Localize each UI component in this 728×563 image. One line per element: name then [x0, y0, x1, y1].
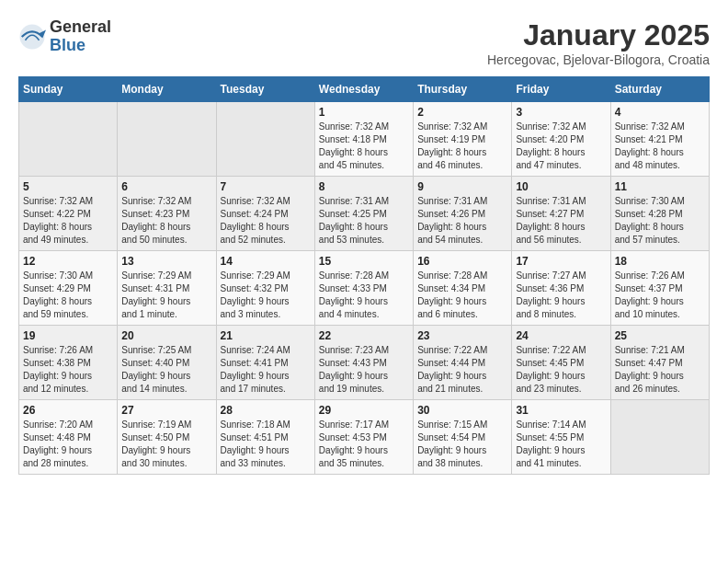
weekday-header: Wednesday [314, 77, 413, 102]
day-info: Sunrise: 7:21 AM Sunset: 4:47 PM Dayligh… [615, 344, 705, 396]
calendar-cell [19, 102, 118, 177]
svg-point-0 [20, 24, 45, 49]
calendar-cell: 29Sunrise: 7:17 AM Sunset: 4:53 PM Dayli… [314, 400, 413, 475]
day-info: Sunrise: 7:28 AM Sunset: 4:33 PM Dayligh… [319, 270, 409, 321]
day-number: 25 [615, 329, 705, 342]
day-number: 21 [221, 329, 311, 342]
day-info: Sunrise: 7:29 AM Sunset: 4:31 PM Dayligh… [121, 270, 211, 321]
logo-blue-text: Blue [50, 37, 111, 55]
day-number: 15 [319, 255, 409, 268]
title-section: January 2025 Hercegovac, Bjelovar-Bilogo… [487, 18, 710, 67]
calendar-cell: 5Sunrise: 7:32 AM Sunset: 4:22 PM Daylig… [19, 177, 118, 251]
day-info: Sunrise: 7:32 AM Sunset: 4:21 PM Dayligh… [615, 121, 705, 172]
calendar-cell: 14Sunrise: 7:29 AM Sunset: 4:32 PM Dayli… [216, 251, 314, 326]
day-info: Sunrise: 7:14 AM Sunset: 4:55 PM Dayligh… [516, 419, 606, 470]
day-number: 20 [121, 329, 211, 342]
day-number: 26 [23, 404, 113, 417]
day-number: 22 [319, 329, 409, 342]
calendar-cell: 28Sunrise: 7:18 AM Sunset: 4:51 PM Dayli… [216, 400, 314, 475]
weekday-header: Tuesday [216, 77, 314, 102]
day-info: Sunrise: 7:27 AM Sunset: 4:36 PM Dayligh… [516, 270, 606, 321]
day-info: Sunrise: 7:23 AM Sunset: 4:43 PM Dayligh… [319, 344, 409, 396]
weekday-header: Saturday [610, 77, 709, 102]
calendar-week-row: 19Sunrise: 7:26 AM Sunset: 4:38 PM Dayli… [19, 326, 710, 400]
calendar-cell: 31Sunrise: 7:14 AM Sunset: 4:55 PM Dayli… [512, 400, 610, 475]
day-number: 4 [615, 106, 705, 119]
calendar-cell: 27Sunrise: 7:19 AM Sunset: 4:50 PM Dayli… [118, 400, 216, 475]
calendar-cell: 8Sunrise: 7:31 AM Sunset: 4:25 PM Daylig… [314, 177, 413, 251]
calendar-table: SundayMondayTuesdayWednesdayThursdayFrid… [18, 76, 710, 475]
calendar-week-row: 5Sunrise: 7:32 AM Sunset: 4:22 PM Daylig… [19, 177, 710, 251]
calendar-title: January 2025 [487, 18, 710, 52]
day-info: Sunrise: 7:17 AM Sunset: 4:53 PM Dayligh… [319, 419, 409, 470]
day-info: Sunrise: 7:32 AM Sunset: 4:22 PM Dayligh… [23, 195, 113, 247]
day-number: 18 [615, 255, 705, 268]
weekday-header: Friday [512, 77, 610, 102]
day-info: Sunrise: 7:15 AM Sunset: 4:54 PM Dayligh… [417, 419, 507, 470]
calendar-cell: 16Sunrise: 7:28 AM Sunset: 4:34 PM Dayli… [414, 251, 512, 326]
day-number: 6 [121, 180, 211, 193]
calendar-cell: 26Sunrise: 7:20 AM Sunset: 4:48 PM Dayli… [19, 400, 118, 475]
calendar-cell: 1Sunrise: 7:32 AM Sunset: 4:18 PM Daylig… [314, 102, 413, 177]
day-info: Sunrise: 7:24 AM Sunset: 4:41 PM Dayligh… [221, 344, 311, 396]
day-info: Sunrise: 7:32 AM Sunset: 4:23 PM Dayligh… [121, 195, 211, 247]
calendar-cell: 2Sunrise: 7:32 AM Sunset: 4:19 PM Daylig… [414, 102, 512, 177]
calendar-cell: 10Sunrise: 7:31 AM Sunset: 4:27 PM Dayli… [512, 177, 610, 251]
day-info: Sunrise: 7:30 AM Sunset: 4:29 PM Dayligh… [23, 270, 113, 321]
logo-text: General Blue [50, 18, 111, 55]
day-number: 3 [516, 106, 606, 119]
calendar-cell: 7Sunrise: 7:32 AM Sunset: 4:24 PM Daylig… [216, 177, 314, 251]
calendar-cell [216, 102, 314, 177]
day-info: Sunrise: 7:26 AM Sunset: 4:38 PM Dayligh… [23, 344, 113, 396]
day-number: 2 [417, 106, 507, 119]
day-number: 19 [23, 329, 113, 342]
day-info: Sunrise: 7:32 AM Sunset: 4:18 PM Dayligh… [319, 121, 409, 172]
day-info: Sunrise: 7:25 AM Sunset: 4:40 PM Dayligh… [121, 344, 211, 396]
day-number: 16 [417, 255, 507, 268]
day-number: 27 [121, 404, 211, 417]
calendar-cell: 20Sunrise: 7:25 AM Sunset: 4:40 PM Dayli… [118, 326, 216, 400]
logo: General Blue [18, 18, 111, 55]
day-number: 30 [417, 404, 507, 417]
day-info: Sunrise: 7:32 AM Sunset: 4:24 PM Dayligh… [221, 195, 311, 247]
calendar-week-row: 12Sunrise: 7:30 AM Sunset: 4:29 PM Dayli… [19, 251, 710, 326]
day-info: Sunrise: 7:31 AM Sunset: 4:26 PM Dayligh… [417, 195, 507, 247]
day-info: Sunrise: 7:19 AM Sunset: 4:50 PM Dayligh… [121, 419, 211, 470]
day-info: Sunrise: 7:31 AM Sunset: 4:27 PM Dayligh… [516, 195, 606, 247]
calendar-cell: 30Sunrise: 7:15 AM Sunset: 4:54 PM Dayli… [414, 400, 512, 475]
day-info: Sunrise: 7:31 AM Sunset: 4:25 PM Dayligh… [319, 195, 409, 247]
day-number: 17 [516, 255, 606, 268]
calendar-cell: 6Sunrise: 7:32 AM Sunset: 4:23 PM Daylig… [118, 177, 216, 251]
calendar-cell: 13Sunrise: 7:29 AM Sunset: 4:31 PM Dayli… [118, 251, 216, 326]
day-info: Sunrise: 7:32 AM Sunset: 4:19 PM Dayligh… [417, 121, 507, 172]
day-number: 23 [417, 329, 507, 342]
day-number: 7 [221, 180, 311, 193]
day-number: 28 [221, 404, 311, 417]
calendar-cell: 11Sunrise: 7:30 AM Sunset: 4:28 PM Dayli… [610, 177, 709, 251]
logo-general-text: General [50, 18, 111, 37]
day-info: Sunrise: 7:20 AM Sunset: 4:48 PM Dayligh… [23, 419, 113, 470]
logo-icon [18, 23, 46, 51]
day-info: Sunrise: 7:22 AM Sunset: 4:44 PM Dayligh… [417, 344, 507, 396]
calendar-cell: 17Sunrise: 7:27 AM Sunset: 4:36 PM Dayli… [512, 251, 610, 326]
day-number: 5 [23, 180, 113, 193]
day-number: 11 [615, 180, 705, 193]
weekday-header-row: SundayMondayTuesdayWednesdayThursdayFrid… [19, 77, 710, 102]
day-number: 10 [516, 180, 606, 193]
weekday-header: Sunday [19, 77, 118, 102]
calendar-week-row: 1Sunrise: 7:32 AM Sunset: 4:18 PM Daylig… [19, 102, 710, 177]
calendar-cell: 25Sunrise: 7:21 AM Sunset: 4:47 PM Dayli… [610, 326, 709, 400]
day-info: Sunrise: 7:30 AM Sunset: 4:28 PM Dayligh… [615, 195, 705, 247]
weekday-header: Thursday [414, 77, 512, 102]
day-number: 14 [221, 255, 311, 268]
calendar-cell: 19Sunrise: 7:26 AM Sunset: 4:38 PM Dayli… [19, 326, 118, 400]
day-number: 31 [516, 404, 606, 417]
day-info: Sunrise: 7:29 AM Sunset: 4:32 PM Dayligh… [221, 270, 311, 321]
day-info: Sunrise: 7:32 AM Sunset: 4:20 PM Dayligh… [516, 121, 606, 172]
calendar-cell: 24Sunrise: 7:22 AM Sunset: 4:45 PM Dayli… [512, 326, 610, 400]
calendar-cell: 18Sunrise: 7:26 AM Sunset: 4:37 PM Dayli… [610, 251, 709, 326]
calendar-cell: 22Sunrise: 7:23 AM Sunset: 4:43 PM Dayli… [314, 326, 413, 400]
calendar-subtitle: Hercegovac, Bjelovar-Bilogora, Croatia [487, 52, 710, 67]
day-number: 12 [23, 255, 113, 268]
calendar-cell: 23Sunrise: 7:22 AM Sunset: 4:44 PM Dayli… [414, 326, 512, 400]
